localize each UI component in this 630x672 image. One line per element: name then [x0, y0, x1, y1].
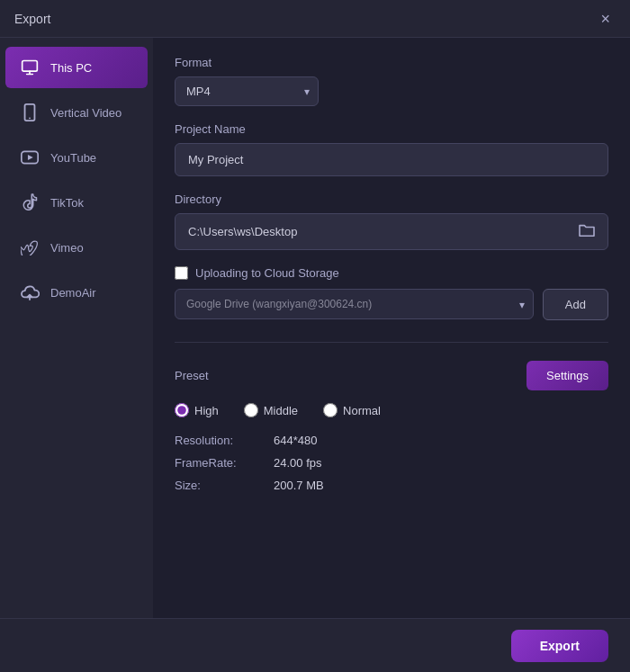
sidebar-item-label: YouTube: [50, 151, 96, 165]
format-select[interactable]: MP4 MOV AVI GIF MP3: [175, 76, 319, 106]
youtube-icon: [20, 148, 40, 167]
sidebar-item-demoair[interactable]: DemoAir: [5, 272, 148, 313]
preset-middle-option[interactable]: Middle: [244, 403, 298, 417]
size-key: Size:: [175, 479, 274, 492]
project-name-input[interactable]: [175, 143, 608, 176]
directory-label: Directory: [175, 193, 608, 206]
export-button[interactable]: Export: [511, 630, 608, 662]
settings-button[interactable]: Settings: [526, 361, 608, 390]
cloud-drive-row: Google Drive (wangxiyan@300624.cn) ▾ Add: [175, 289, 608, 320]
format-label: Format: [175, 56, 608, 69]
spec-resolution-row: Resolution: 644*480: [175, 434, 608, 447]
cloud-upload-label: Uploading to Cloud Storage: [195, 266, 339, 280]
project-name-section: Project Name: [175, 122, 608, 176]
preset-radio-group: High Middle Normal: [175, 403, 608, 417]
resolution-value: 644*480: [274, 434, 317, 447]
cloud-upload-icon: [20, 282, 40, 302]
title-bar: Export ×: [0, 0, 630, 38]
directory-path: C:\Users\ws\Desktop: [188, 225, 572, 238]
framerate-value: 24.00 fps: [274, 456, 322, 470]
project-name-label: Project Name: [175, 122, 608, 136]
specs-table: Resolution: 644*480 FrameRate: 24.00 fps…: [175, 434, 608, 492]
sidebar-item-youtube[interactable]: YouTube: [5, 137, 148, 178]
svg-marker-4: [28, 155, 33, 160]
format-select-wrapper: MP4 MOV AVI GIF MP3 ▾: [175, 76, 319, 106]
preset-high-label: High: [194, 404, 219, 417]
preset-middle-radio[interactable]: [244, 403, 258, 417]
cloud-drive-select[interactable]: Google Drive (wangxiyan@300624.cn): [175, 289, 534, 319]
spec-size-row: Size: 200.7 MB: [175, 479, 608, 492]
preset-label: Preset: [175, 369, 209, 382]
vimeo-icon: [20, 237, 40, 257]
mobile-icon: [20, 103, 40, 122]
sidebar-item-this-pc[interactable]: This PC: [5, 47, 148, 88]
cloud-drive-select-wrapper: Google Drive (wangxiyan@300624.cn) ▾: [175, 289, 534, 320]
svg-rect-0: [22, 61, 38, 72]
browse-folder-button[interactable]: [579, 223, 595, 240]
size-value: 200.7 MB: [274, 479, 324, 492]
preset-high-radio[interactable]: [175, 403, 189, 417]
directory-row: C:\Users\ws\Desktop: [175, 213, 608, 250]
cloud-checkbox-row: Uploading to Cloud Storage: [175, 266, 608, 280]
tiktok-icon: [20, 193, 40, 212]
bottom-bar: Export: [0, 618, 630, 672]
preset-section: Preset Settings High Middle Normal: [175, 361, 608, 492]
section-divider: [175, 342, 608, 343]
dialog-title: Export: [14, 12, 50, 26]
sidebar-item-label: DemoAir: [50, 286, 96, 300]
spec-framerate-row: FrameRate: 24.00 fps: [175, 456, 608, 470]
preset-normal-label: Normal: [343, 404, 381, 417]
sidebar-item-vimeo[interactable]: Vimeo: [5, 227, 148, 268]
content-area: Format MP4 MOV AVI GIF MP3 ▾ Project Nam…: [153, 38, 630, 618]
preset-normal-option[interactable]: Normal: [323, 403, 381, 417]
close-button[interactable]: ×: [595, 9, 616, 29]
sidebar-item-label: TikTok: [50, 196, 84, 210]
resolution-key: Resolution:: [175, 434, 274, 447]
monitor-icon: [20, 58, 40, 77]
directory-section: Directory C:\Users\ws\Desktop: [175, 193, 608, 250]
cloud-upload-section: Uploading to Cloud Storage Google Drive …: [175, 266, 608, 320]
cloud-upload-checkbox[interactable]: [175, 266, 188, 280]
preset-middle-label: Middle: [264, 404, 298, 417]
preset-normal-radio[interactable]: [323, 403, 338, 417]
format-section: Format MP4 MOV AVI GIF MP3 ▾: [175, 56, 608, 106]
sidebar-item-label: Vimeo: [50, 241, 84, 255]
sidebar: This PC Vertical Video YouTube: [0, 38, 153, 618]
add-cloud-button[interactable]: Add: [543, 289, 608, 320]
preset-header: Preset Settings: [175, 361, 608, 390]
framerate-key: FrameRate:: [175, 456, 274, 470]
preset-high-option[interactable]: High: [175, 403, 219, 417]
svg-point-2: [29, 117, 31, 119]
main-area: This PC Vertical Video YouTube: [0, 38, 630, 618]
sidebar-item-tiktok[interactable]: TikTok: [5, 182, 148, 223]
sidebar-item-vertical-video[interactable]: Vertical Video: [5, 92, 148, 133]
sidebar-item-label: This PC: [50, 61, 92, 75]
sidebar-item-label: Vertical Video: [50, 106, 122, 120]
